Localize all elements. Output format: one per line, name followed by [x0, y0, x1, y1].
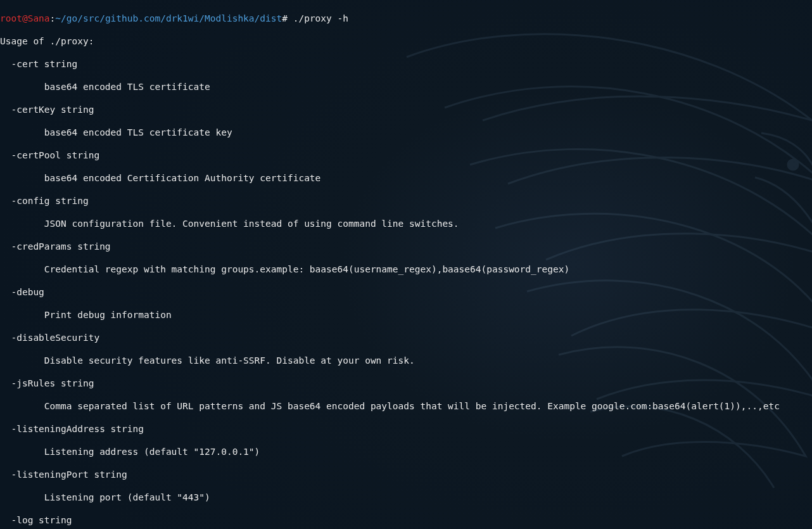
flag-name: -cert string — [0, 58, 812, 70]
flag-name: -config string — [0, 195, 812, 207]
usage-header: Usage of ./proxy: — [0, 35, 812, 47]
flag-name: -disableSecurity — [0, 332, 812, 343]
prompt-hash: # — [282, 13, 288, 23]
prompt-path: ~/go/src/github.com/drk1wi/Modlishka/dis… — [55, 13, 282, 23]
prompt-user: root@Sana — [0, 13, 50, 23]
flag-name: -certKey string — [0, 104, 812, 115]
flag-desc: base64 encoded Certification Authority c… — [0, 172, 812, 184]
flag-desc: base64 encoded TLS certificate key — [0, 127, 812, 138]
terminal-output[interactable]: root@Sana:~/go/src/github.com/drk1wi/Mod… — [0, 0, 812, 529]
flag-desc: Listening port (default "443") — [0, 492, 812, 503]
flag-desc: base64 encoded TLS certificate — [0, 81, 812, 92]
flag-desc: Credential regexp with matching groups.e… — [0, 264, 812, 275]
prompt-command: ./proxy -h — [288, 13, 348, 23]
prompt-colon: : — [50, 13, 56, 23]
flag-desc: Print debug information — [0, 309, 812, 321]
flag-name: -log string — [0, 514, 812, 526]
flag-desc: Disable security features like anti-SSRF… — [0, 355, 812, 366]
flag-name: -certPool string — [0, 150, 812, 161]
flag-name: -credParams string — [0, 241, 812, 252]
flag-desc: Listening address (default "127.0.0.1") — [0, 446, 812, 457]
flag-desc: Comma separated list of URL patterns and… — [0, 400, 812, 412]
prompt-line: root@Sana:~/go/src/github.com/drk1wi/Mod… — [0, 13, 812, 24]
flag-name: -jsRules string — [0, 378, 812, 389]
flag-name: -listeningPort string — [0, 469, 812, 480]
flag-name: -debug — [0, 286, 812, 298]
flag-desc: JSON configuration file. Convenient inst… — [0, 218, 812, 229]
flag-name: -listeningAddress string — [0, 423, 812, 435]
